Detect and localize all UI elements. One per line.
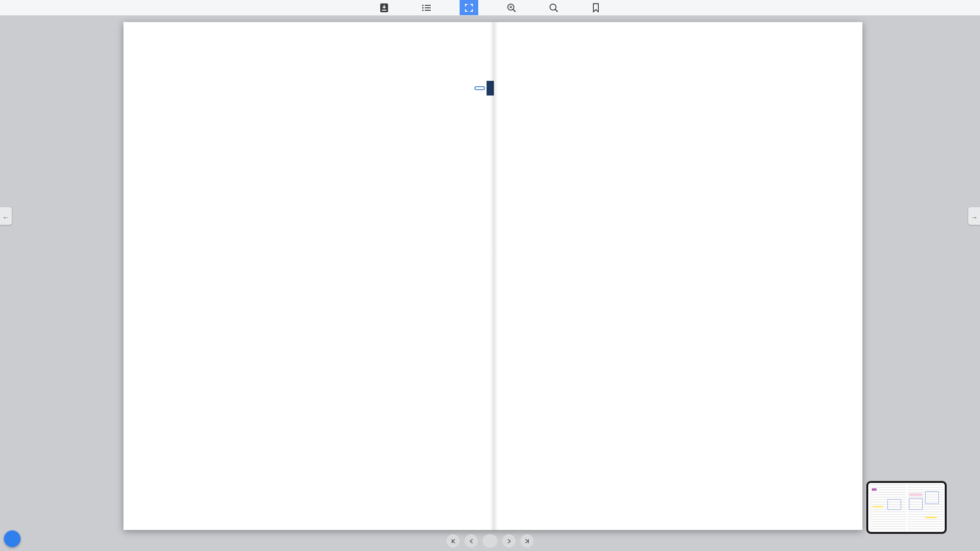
next-page-button[interactable] (502, 534, 515, 548)
page-thumbnail[interactable] (866, 481, 947, 534)
thumbnail-right-page (907, 484, 944, 530)
search-icon[interactable] (545, 0, 563, 15)
page-footer (454, 508, 458, 515)
previous-spread-button[interactable]: ← (0, 207, 12, 225)
add-button[interactable] (4, 530, 21, 547)
page-column (318, 47, 479, 506)
table-of-contents-icon[interactable] (417, 0, 435, 15)
zoom-in-icon[interactable] (503, 0, 520, 15)
next-spread-button[interactable]: → (968, 207, 980, 225)
page-column (684, 47, 844, 506)
book-spread (123, 22, 862, 530)
toolbar (0, 0, 980, 16)
previous-page-button[interactable] (465, 534, 478, 548)
download-icon[interactable] (375, 0, 393, 15)
pagination (446, 534, 534, 548)
page-column (523, 47, 683, 506)
page-footer (523, 508, 527, 515)
page-column (151, 47, 313, 506)
thumbnail-left-page (870, 484, 906, 530)
ebook-viewer: ← → (0, 0, 980, 551)
page-left (123, 22, 493, 530)
chapter-number (474, 86, 485, 90)
bookmark-icon[interactable] (587, 0, 605, 15)
last-page-button[interactable] (520, 534, 534, 548)
fullscreen-icon[interactable] (460, 0, 478, 15)
first-page-button[interactable] (446, 534, 460, 548)
page-right (493, 22, 862, 530)
page-indicator[interactable] (483, 534, 497, 548)
